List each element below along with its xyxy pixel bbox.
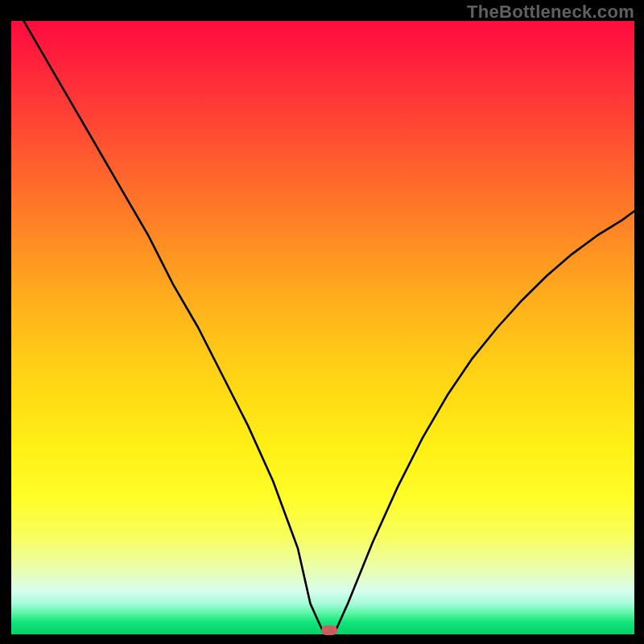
bottleneck-curve: [11, 21, 634, 634]
chart-frame: TheBottleneck.com: [0, 0, 644, 644]
optimal-point-marker: [321, 625, 337, 635]
plot-area: [11, 21, 634, 634]
watermark-text: TheBottleneck.com: [467, 2, 634, 23]
